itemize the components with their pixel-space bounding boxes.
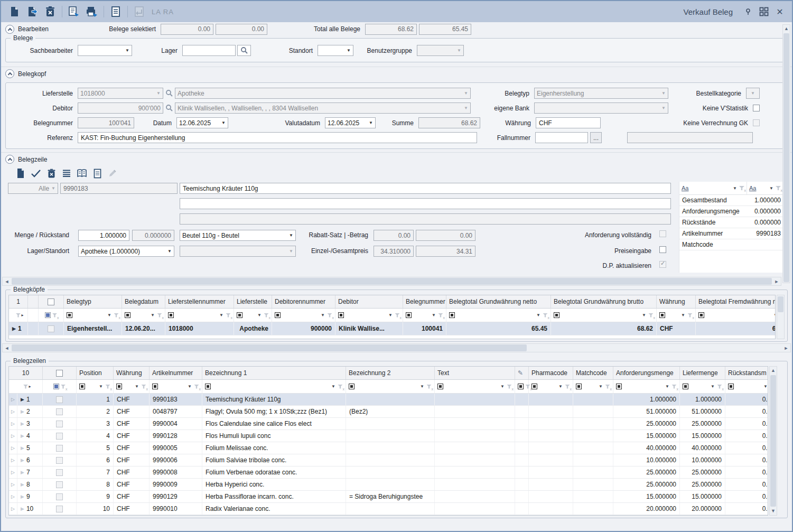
row-select-checkbox[interactable] (43, 491, 77, 502)
column-filter-cell[interactable]: ▼ (202, 380, 346, 393)
valutadatum-select[interactable]: 12.06.2025▼ (325, 117, 376, 128)
select-all-checkbox[interactable] (39, 295, 64, 308)
column-filter-cell[interactable]: ▼ (613, 380, 680, 393)
print-edit-button[interactable] (66, 4, 82, 19)
sort-alpha-icon[interactable]: Aa (749, 185, 756, 191)
filter-value-icon[interactable] (683, 384, 688, 389)
clear-filter-icon[interactable] (157, 313, 162, 318)
column-header[interactable]: Bezeichnung 1 (202, 367, 346, 379)
filter-value-icon[interactable] (79, 384, 85, 389)
column-filter-cell[interactable]: ▼ (150, 380, 202, 393)
filter-dropdown-icon[interactable]: ▼ (432, 313, 436, 318)
filter-dropdown-icon[interactable]: ▼ (711, 384, 715, 389)
datum-select[interactable]: 12.06.2025▼ (176, 117, 228, 128)
column-header[interactable]: Währung (114, 367, 150, 379)
filter-value-icon[interactable] (338, 312, 344, 318)
row-select-checkbox[interactable] (43, 466, 77, 478)
column-header[interactable]: Belegtyp (64, 295, 122, 308)
row-expand-button[interactable]: ▷ (9, 418, 17, 430)
filter-value-icon[interactable] (45, 312, 51, 318)
row-header-cell[interactable]: ▶6 (17, 454, 43, 466)
top-horizontal-scrollbar[interactable]: ◄ ► (2, 277, 781, 286)
column-header[interactable]: Position (77, 367, 114, 379)
clear-filter-icon[interactable] (605, 384, 610, 389)
clear-filter-icon[interactable] (114, 313, 119, 318)
filter-dropdown-icon[interactable]: ▼ (599, 384, 603, 389)
column-header[interactable]: Belegtotal Fremdwährung nett (696, 295, 776, 308)
scrollbar-thumb[interactable] (783, 33, 789, 282)
belegzeilen-vertical-scrollbar[interactable]: ▲ ▼ (769, 366, 777, 516)
clear-filter-icon[interactable] (264, 313, 269, 318)
filter-dropdown-icon[interactable]: ▼ (665, 384, 669, 389)
clear-filter-icon[interactable] (717, 384, 722, 389)
row-header-cell[interactable]: ▶8 (17, 479, 43, 490)
fallnummer-input[interactable] (535, 132, 588, 143)
filter-value-icon[interactable] (554, 312, 559, 318)
row-expand-button[interactable]: ▷ (9, 479, 17, 490)
scroll-up-icon[interactable]: ▲ (771, 367, 776, 375)
scroll-up-icon[interactable]: ▲ (784, 25, 789, 33)
table-row[interactable]: ▶1Eigenherstell...12.06.20...1018000Apot… (9, 322, 775, 335)
table-row[interactable]: ▷▶55CHF9990005Folium Melissae conc.40.00… (9, 442, 768, 454)
column-header[interactable]: Bezeichnung 2 (346, 367, 435, 379)
row-select-checkbox[interactable] (43, 418, 77, 430)
column-header[interactable]: ✎ (515, 367, 529, 379)
column-filter-cell[interactable]: ▼ (77, 380, 114, 393)
filter-dropdown-icon[interactable]: ▼ (536, 313, 540, 318)
clear-filter-icon[interactable] (141, 384, 146, 389)
clear-filter-icon[interactable] (52, 313, 58, 318)
filter-dropdown-icon[interactable]: ▼ (681, 313, 685, 318)
column-filter-cell[interactable]: ▼ (725, 380, 768, 393)
row-expand-button[interactable]: ▷ (9, 394, 17, 405)
row-header-cell[interactable]: ▶2 (17, 406, 43, 417)
filter-dropdown-icon[interactable]: ▼ (769, 186, 773, 191)
clear-filter-icon[interactable] (426, 384, 432, 389)
scrollbar-thumb[interactable] (778, 296, 783, 312)
column-filter-cell[interactable]: ▼ (403, 309, 446, 322)
column-filter-cell[interactable]: ▼ (435, 380, 515, 393)
scroll-right-icon[interactable]: ► (772, 279, 781, 284)
row-header-cell[interactable]: ▶5 (17, 442, 43, 454)
column-header[interactable]: Lieferstellennummer (165, 295, 234, 308)
clear-filter-icon[interactable] (105, 384, 110, 389)
filter-value-icon[interactable] (275, 312, 281, 318)
sort-alpha-icon[interactable]: Aa (682, 185, 688, 191)
top-vertical-scrollbar[interactable]: ▲ (782, 24, 790, 283)
collapse-belegkopf-button[interactable] (5, 69, 14, 78)
column-filter-cell[interactable] (515, 380, 529, 393)
clear-filter-icon[interactable] (226, 313, 231, 318)
bezeichnung1-input[interactable]: Teemischung Kräuter 110g (180, 183, 671, 194)
column-filter-cell[interactable]: ▼ (165, 309, 234, 322)
filter-dropdown-icon[interactable]: ▼ (107, 313, 111, 318)
filter-value-icon[interactable] (659, 312, 665, 318)
bezeichnung2-input[interactable] (180, 198, 671, 209)
column-header[interactable]: Rückstandsm (725, 367, 768, 379)
row-select-checkbox[interactable] (39, 322, 64, 335)
collapse-belegzeile-button[interactable] (5, 155, 14, 164)
filter-value-icon[interactable] (237, 312, 242, 318)
lager-standort-select[interactable]: Apotheke (1.000000)▼ (78, 246, 174, 257)
fallnummer-browse-button[interactable]: ... (590, 132, 602, 143)
row-expand-button[interactable]: ▷ (9, 406, 17, 417)
lager-input[interactable] (182, 45, 236, 56)
row-header-cell[interactable]: ▶1 (9, 322, 28, 335)
column-filter-cell[interactable]: ▼ (272, 309, 335, 322)
scrollbar-thumb[interactable] (770, 375, 776, 507)
row-expand-button[interactable]: ▷ (9, 491, 17, 502)
checkbox-filter-cell[interactable] (39, 309, 64, 322)
column-header[interactable]: Matchcode (573, 367, 613, 379)
filter-dropdown-icon[interactable]: ▼ (642, 313, 646, 318)
row-expand-button[interactable]: ▷ (9, 442, 17, 454)
column-filter-cell[interactable]: ▼ (346, 380, 435, 393)
menge-input[interactable]: 1.000000 (78, 230, 129, 241)
filter-dropdown-icon[interactable]: ▼ (733, 186, 737, 191)
filter-dropdown-icon[interactable]: ▼ (321, 313, 325, 318)
column-header[interactable]: Belegtotal Grundwährung brutto (551, 295, 657, 308)
row-expand-button[interactable]: ▷ (9, 454, 17, 466)
info-sort-column[interactable]: Aa ▼ (679, 182, 747, 194)
filter-value-icon[interactable] (116, 384, 122, 389)
filter-dropdown-icon[interactable]: ▼ (219, 313, 223, 318)
table-row[interactable]: ▷▶88CHF9990009Herba Hyperici conc.25.000… (9, 479, 768, 491)
clear-filter-icon[interactable] (507, 384, 512, 389)
row-header-cell[interactable]: ▶1 (17, 394, 43, 405)
